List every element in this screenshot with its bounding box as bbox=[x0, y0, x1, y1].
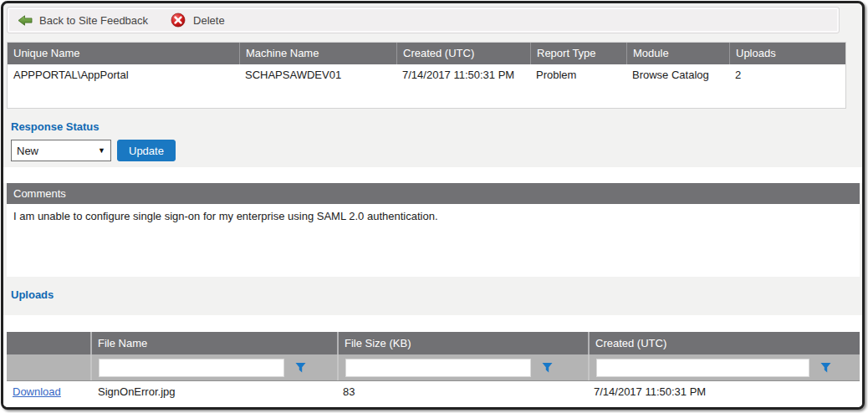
uploads-area: File Name File Size (KB) Created (UTC) bbox=[3, 315, 862, 407]
white-strip bbox=[3, 167, 862, 183]
feedback-grid: Unique Name Machine Name Created (UTC) R… bbox=[7, 42, 846, 109]
cell-upload-created: 7/14/2017 11:50:31 PM bbox=[588, 381, 860, 403]
file-name-filter-input[interactable] bbox=[99, 359, 284, 377]
filter-cell-file-name bbox=[90, 354, 337, 380]
uploads-section-label: Uploads bbox=[11, 288, 54, 301]
cell-download: Download bbox=[7, 381, 90, 403]
cell-unique-name: APPPORTAL\AppPortal bbox=[8, 64, 239, 86]
feedback-grid-empty-area bbox=[8, 86, 845, 108]
column-header-report-type[interactable]: Report Type bbox=[530, 43, 626, 64]
feedback-detail-window: Back to Site Feedback Delete U bbox=[1, 1, 865, 410]
delete-button[interactable]: Delete bbox=[170, 12, 225, 28]
upload-row[interactable]: Download SignOnError.jpg 83 7/14/2017 11… bbox=[7, 381, 860, 403]
cell-file-size: 83 bbox=[337, 381, 588, 403]
cell-module: Browse Catalog bbox=[626, 64, 729, 86]
column-header-upload-created[interactable]: Created (UTC) bbox=[588, 332, 860, 354]
created-filter-input[interactable] bbox=[596, 359, 809, 377]
uploads-grid-header: File Name File Size (KB) Created (UTC) bbox=[7, 332, 860, 354]
column-header-module[interactable]: Module bbox=[626, 43, 729, 64]
filter-funnel-icon[interactable] bbox=[295, 362, 306, 373]
filter-funnel-icon[interactable] bbox=[542, 362, 553, 373]
cell-report-type: Problem bbox=[530, 64, 626, 86]
file-size-filter-input[interactable] bbox=[345, 359, 531, 377]
response-status-selected-value: New bbox=[17, 145, 38, 157]
cell-file-name: SignOnError.jpg bbox=[90, 381, 337, 403]
column-header-file-name[interactable]: File Name bbox=[90, 332, 337, 354]
back-arrow-icon bbox=[18, 15, 33, 26]
delete-icon bbox=[170, 12, 186, 28]
cell-uploads: 2 bbox=[729, 64, 845, 86]
filter-funnel-icon[interactable] bbox=[820, 362, 831, 373]
uploads-grid: File Name File Size (KB) Created (UTC) bbox=[7, 332, 860, 403]
response-status-select[interactable]: New ▼ bbox=[11, 140, 111, 161]
comments-text: I am unable to configure single sign-on … bbox=[7, 204, 860, 277]
feedback-grid-header: Unique Name Machine Name Created (UTC) R… bbox=[8, 43, 845, 64]
back-to-site-feedback-button[interactable]: Back to Site Feedback bbox=[18, 14, 148, 27]
filter-cell-empty bbox=[7, 354, 90, 380]
column-header-machine-name[interactable]: Machine Name bbox=[239, 43, 396, 64]
column-header-created-utc[interactable]: Created (UTC) bbox=[396, 43, 530, 64]
comments-header: Comments bbox=[7, 183, 860, 204]
cell-machine-name: SCHAPSAWDEV01 bbox=[239, 64, 396, 86]
column-header-uploads[interactable]: Uploads bbox=[729, 43, 845, 64]
comments-panel: Comments I am unable to configure single… bbox=[7, 183, 860, 277]
response-status-label: Response Status bbox=[11, 120, 99, 133]
toolbar: Back to Site Feedback Delete bbox=[7, 7, 840, 33]
cell-created-utc: 7/14/2017 11:50:31 PM bbox=[396, 64, 530, 86]
update-button[interactable]: Update bbox=[117, 140, 176, 161]
back-button-label: Back to Site Feedback bbox=[39, 14, 148, 27]
chevron-down-icon: ▼ bbox=[98, 146, 105, 155]
column-header-file-size[interactable]: File Size (KB) bbox=[337, 332, 588, 354]
response-status-controls: New ▼ Update bbox=[11, 140, 176, 161]
filter-cell-created bbox=[588, 354, 860, 380]
column-header-actions bbox=[7, 332, 90, 354]
delete-button-label: Delete bbox=[193, 14, 225, 27]
column-header-unique-name[interactable]: Unique Name bbox=[8, 43, 239, 64]
download-link[interactable]: Download bbox=[13, 385, 61, 398]
feedback-row[interactable]: APPPORTAL\AppPortal SCHAPSAWDEV01 7/14/2… bbox=[8, 64, 845, 86]
filter-cell-file-size bbox=[337, 354, 588, 380]
uploads-filter-row bbox=[7, 354, 860, 381]
